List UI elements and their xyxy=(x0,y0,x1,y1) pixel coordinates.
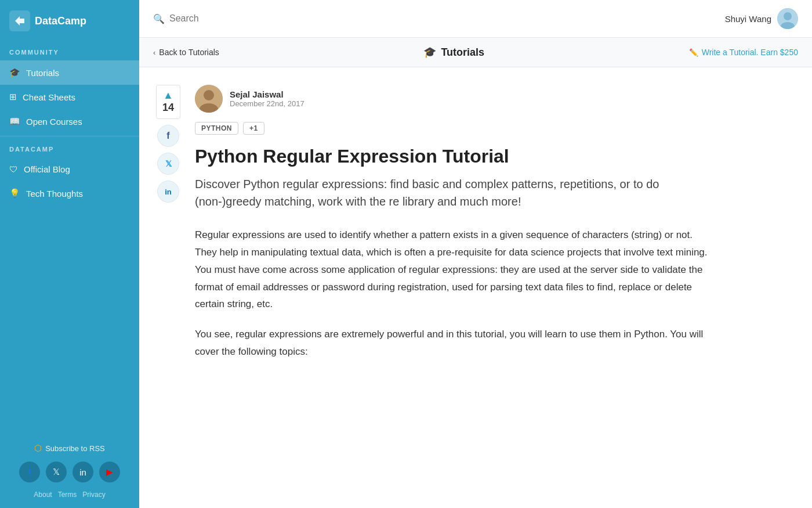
sidebar-logo[interactable]: DataCamp xyxy=(0,0,139,42)
twitter-button[interactable]: 𝕏 xyxy=(46,462,67,482)
social-icons-group: f 𝕏 in ▶ xyxy=(9,462,130,482)
author-name: Sejal Jaiswal xyxy=(230,89,304,99)
tutorials-nav-icon: 🎓 xyxy=(423,46,436,59)
upvote-arrow-icon: ▲ xyxy=(163,90,173,100)
datacamp-logo-icon xyxy=(9,10,30,31)
sidebar-divider xyxy=(0,136,139,136)
author-date: December 22nd, 2017 xyxy=(230,99,304,108)
sidebar-open-courses-label: Open Courses xyxy=(26,117,82,127)
sidebar-item-tech-thoughts[interactable]: 💡 Tech Thoughts xyxy=(0,181,139,206)
sidebar-item-cheat-sheets[interactable]: ⊞ Cheat Sheets xyxy=(0,85,139,109)
vote-count: 14 xyxy=(162,102,174,114)
tag-python[interactable]: PYTHON xyxy=(195,122,238,135)
facebook-share-button[interactable]: f xyxy=(157,125,179,147)
write-tutorial-link[interactable]: ✏️ Write a Tutorial. Earn $250 xyxy=(689,48,798,57)
pencil-icon: ✏️ xyxy=(689,48,698,57)
sidebar-item-official-blog[interactable]: 🛡 Official Blog xyxy=(0,157,139,181)
vote-box[interactable]: ▲ 14 xyxy=(156,85,180,119)
avatar xyxy=(777,8,798,29)
topbar: 🔍 Shuyi Wang xyxy=(139,0,812,38)
sidebar-tutorials-label: Tutorials xyxy=(26,68,59,78)
user-area[interactable]: Shuyi Wang xyxy=(725,8,798,29)
main-area: 🔍 Shuyi Wang ‹ Back to Tutorials 🎓 Tutor… xyxy=(139,0,812,508)
write-tutorial-label: Write a Tutorial. Earn $250 xyxy=(702,48,798,57)
author-info: Sejal Jaiswal December 22nd, 2017 xyxy=(230,89,304,108)
bulb-icon: 💡 xyxy=(9,188,20,199)
tutorials-icon: 🎓 xyxy=(9,67,20,78)
article-body: Regular expressions are used to identify… xyxy=(195,226,717,360)
footer-links: About Terms Privacy xyxy=(9,491,130,499)
rss-link[interactable]: ⬡ Subscribe to RSS xyxy=(9,443,130,453)
svg-point-2 xyxy=(784,12,792,20)
article-paragraph-1: Regular expressions are used to identify… xyxy=(195,226,717,313)
linkedin-button[interactable]: in xyxy=(72,462,93,482)
sidebar-bottom: ⬡ Subscribe to RSS f 𝕏 in ▶ About Terms … xyxy=(0,434,139,508)
rss-icon: ⬡ xyxy=(34,443,42,453)
shield-icon: 🛡 xyxy=(9,164,18,174)
sidebar: DataCamp COMMUNITY 🎓 Tutorials ⊞ Cheat S… xyxy=(0,0,139,508)
rss-label: Subscribe to RSS xyxy=(45,444,105,453)
sidebar-official-blog-label: Official Blog xyxy=(24,164,70,174)
brand-name: DataCamp xyxy=(35,15,86,27)
search-input[interactable] xyxy=(169,13,285,24)
subnav-center: 🎓 Tutorials xyxy=(423,46,484,59)
author-avatar xyxy=(195,85,223,113)
article-paragraph-2: You see, regular expressions are extreme… xyxy=(195,326,717,361)
subnav-center-label: Tutorials xyxy=(441,46,484,59)
tag-row: PYTHON +1 xyxy=(195,122,717,135)
vote-sidebar: ▲ 14 f 𝕏 in xyxy=(153,85,183,491)
youtube-button[interactable]: ▶ xyxy=(99,462,120,482)
sidebar-tech-thoughts-label: Tech Thoughts xyxy=(26,189,83,199)
facebook-button[interactable]: f xyxy=(19,462,40,482)
tag-plus[interactable]: +1 xyxy=(243,122,264,135)
sidebar-cheat-sheets-label: Cheat Sheets xyxy=(23,92,75,102)
article-subtitle: Discover Python regular expressions: fin… xyxy=(195,175,717,210)
subnavbar: ‹ Back to Tutorials 🎓 Tutorials ✏️ Write… xyxy=(139,38,812,67)
open-courses-icon: 📖 xyxy=(9,116,20,127)
linkedin-share-button[interactable]: in xyxy=(157,181,179,203)
back-to-tutorials-link[interactable]: ‹ Back to Tutorials xyxy=(153,48,219,57)
user-name: Shuyi Wang xyxy=(725,14,771,24)
svg-point-5 xyxy=(204,90,214,100)
twitter-share-button[interactable]: 𝕏 xyxy=(157,153,179,175)
datacamp-section-label: DATACAMP xyxy=(0,139,139,157)
search-icon: 🔍 xyxy=(153,13,165,24)
sidebar-item-open-courses[interactable]: 📖 Open Courses xyxy=(0,109,139,134)
cheat-sheets-icon: ⊞ xyxy=(9,92,17,102)
article: Sejal Jaiswal December 22nd, 2017 PYTHON… xyxy=(195,85,717,491)
article-title: Python Regular Expression Tutorial xyxy=(195,145,717,167)
back-label: Back to Tutorials xyxy=(159,48,219,57)
search-area[interactable]: 🔍 xyxy=(153,13,285,24)
about-link[interactable]: About xyxy=(34,491,52,499)
terms-link[interactable]: Terms xyxy=(58,491,77,499)
community-section-label: COMMUNITY xyxy=(0,42,139,60)
author-row: Sejal Jaiswal December 22nd, 2017 xyxy=(195,85,717,113)
privacy-link[interactable]: Privacy xyxy=(82,491,105,499)
chevron-left-icon: ‹ xyxy=(153,48,155,57)
content-area: ▲ 14 f 𝕏 in Sejal Jaiswal December xyxy=(139,67,812,508)
sidebar-item-tutorials[interactable]: 🎓 Tutorials xyxy=(0,60,139,85)
